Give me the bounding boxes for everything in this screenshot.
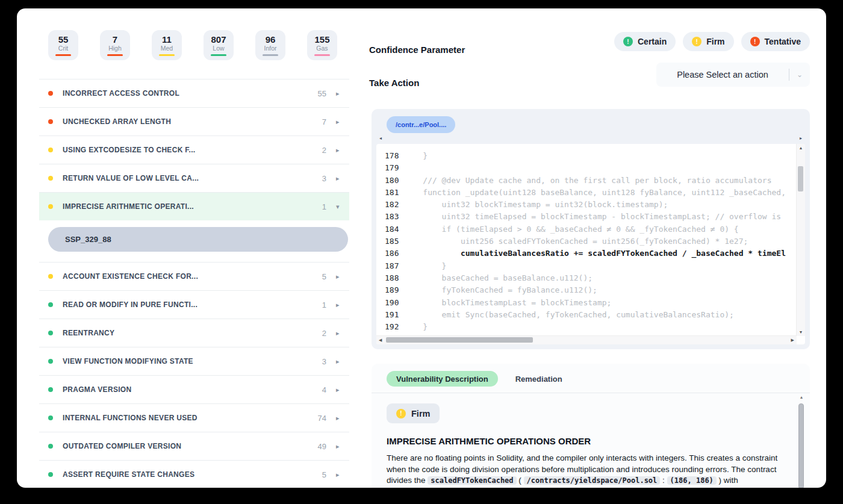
line-number: 184	[385, 223, 404, 235]
severity-stat-badge[interactable]: 96 Infor	[255, 30, 285, 60]
description-panel: Vulnerability Description Remediation ! …	[372, 364, 810, 488]
severity-badge[interactable]: ! Firm	[387, 403, 440, 423]
confidence-badge-label: Certain	[638, 37, 667, 46]
vulnerability-row[interactable]: VIEW FUNCTION MODIFYING STATE 3	[39, 347, 349, 375]
vulnerability-row[interactable]: OUTDATED COMPILER VERSION 49	[39, 432, 349, 460]
code-line: 191 emit Sync(baseCached, fyTokenCached,…	[385, 309, 797, 321]
finding-id-pill[interactable]: SSP_329_88	[48, 227, 348, 252]
vulnerability-row[interactable]: IMPRECISE ARITHMETIC OPERATI... 1	[39, 192, 349, 220]
code-line: 192 }	[385, 321, 797, 333]
stat-label: Crit	[58, 45, 68, 52]
vulnerability-row[interactable]: REENTRANCY 2	[39, 319, 349, 347]
expanded-finding-area: SSP_329_88	[39, 220, 349, 262]
vulnerability-label: READ OR MODIFY IN PURE FUNCTI...	[63, 300, 322, 309]
file-tab[interactable]: /contr...e/Pool....	[387, 116, 455, 133]
severity-stat-badge[interactable]: 7 High	[100, 30, 130, 60]
horizontal-scroll-thumb[interactable]	[386, 337, 533, 343]
vulnerability-heading: IMPRECISE ARITHMETIC OPERATIONS ORDER	[387, 436, 591, 446]
vulnerability-count: 5	[322, 272, 326, 281]
severity-dot-icon	[48, 119, 53, 124]
vulnerability-label: ACCOUNT EXISTENCE CHECK FOR...	[63, 272, 322, 281]
severity-color-bar	[314, 54, 330, 56]
scroll-down-icon[interactable]: ▼	[797, 330, 805, 334]
confidence-parameter-title: Confidence Parameter	[369, 45, 465, 55]
stat-label: Infor	[264, 45, 276, 52]
take-action-dropdown[interactable]: Please Select an action ⌄	[656, 63, 810, 87]
line-text: baseCached = baseBalance.u112();	[404, 272, 593, 284]
severity-stat-badge[interactable]: 807 Low	[204, 30, 234, 60]
confidence-badge[interactable]: ! Tentative	[741, 32, 810, 51]
code-line: 186 cumulativeBalancesRatio += scaledFYT…	[385, 247, 797, 260]
vulnerability-count: 7	[322, 117, 326, 126]
vulnerability-description-text: There are no floating points in Solidity…	[387, 453, 787, 487]
code-vertical-scrollbar[interactable]: ▲ ▼	[796, 144, 805, 336]
vulnerability-count: 4	[322, 385, 326, 394]
confidence-badge[interactable]: ! Firm	[683, 32, 733, 51]
code-horizontal-scrollbar[interactable]: ◀ ▶	[376, 335, 797, 344]
stat-value: 7	[113, 35, 117, 45]
chevron-right-icon	[336, 387, 343, 393]
line-text: emit Sync(baseCached, fyTokenCached, cum…	[404, 309, 734, 321]
tabstrip-scroll-left-icon[interactable]: ◂	[379, 135, 382, 141]
vulnerability-group: PRAGMA VERSION 4 SSP_329_88	[39, 375, 349, 403]
code-line: 180 /// @dev Update cache and, on the fi…	[385, 175, 797, 187]
scroll-right-icon[interactable]: ▶	[791, 336, 794, 344]
vulnerability-label: INCORRECT ACCESS CONTROL	[63, 89, 318, 98]
chevron-right-icon	[336, 302, 343, 308]
vulnerability-row[interactable]: INTERNAL FUNCTIONS NEVER USED 74	[39, 403, 349, 432]
severity-dot-icon	[48, 91, 53, 96]
tabs-divider	[372, 393, 810, 393]
line-text: uint32 blockTimestamp = uint32(block.tim…	[404, 199, 668, 211]
scroll-up-icon[interactable]: ▲	[798, 395, 805, 399]
description-tabs: Vulnerability Description Remediation	[387, 371, 564, 387]
description-tab[interactable]: Vulnerability Description	[387, 371, 498, 387]
chevron-right-icon	[336, 175, 343, 182]
description-scrollbar[interactable]: ▲	[798, 395, 805, 488]
description-scroll-thumb[interactable]	[798, 403, 804, 488]
vulnerability-group: INCORRECT ACCESS CONTROL 55 SSP_329_88	[39, 79, 349, 107]
vulnerability-row[interactable]: USING EXTCODESIZE TO CHECK F... 2	[39, 135, 349, 164]
severity-dot-icon	[48, 148, 53, 152]
stat-label: Gas	[316, 45, 328, 52]
exclamation-circle-icon: !	[396, 409, 406, 418]
vulnerability-label: USING EXTCODESIZE TO CHECK F...	[63, 146, 322, 154]
chevron-right-icon	[336, 358, 343, 365]
vulnerability-label: ASSERT REQUIRE STATE CHANGES	[63, 470, 322, 479]
description-tab[interactable]: Remediation	[514, 371, 564, 387]
severity-stat-badge[interactable]: 11 Med	[152, 30, 182, 60]
chevron-right-icon	[336, 119, 343, 125]
take-action-label: Take Action	[369, 78, 419, 88]
code-line: 188 baseCached = baseBalance.u112();	[385, 272, 797, 284]
vulnerability-label: OUTDATED COMPILER VERSION	[63, 442, 318, 450]
code-line: 184 if (timeElapsed > 0 && _baseCached ≠…	[385, 223, 797, 235]
severity-dot-icon	[48, 204, 53, 209]
line-text: cumulativeBalancesRatio += scaledFYToken…	[404, 247, 786, 260]
confidence-badge[interactable]: ! Certain	[614, 32, 676, 51]
scroll-left-icon[interactable]: ◀	[379, 336, 382, 344]
vulnerability-group: ACCOUNT EXISTENCE CHECK FOR... 5 SSP_329…	[39, 262, 349, 290]
vulnerability-row[interactable]: PRAGMA VERSION 4	[39, 375, 349, 403]
vulnerability-row[interactable]: ASSERT REQUIRE STATE CHANGES 5	[39, 460, 349, 488]
chevron-down-icon: ⌄	[789, 70, 810, 79]
chevron-right-icon	[336, 90, 343, 97]
line-number: 187	[385, 260, 404, 272]
severity-color-bar	[211, 54, 226, 56]
severity-color-bar	[107, 54, 123, 56]
vulnerability-row[interactable]: INCORRECT ACCESS CONTROL 55	[39, 79, 349, 107]
line-text: }	[404, 321, 428, 333]
line-text: if (timeElapsed > 0 && _baseCached ≠ 0 &…	[404, 223, 739, 235]
vulnerability-label: UNCHECKED ARRAY LENGTH	[63, 117, 322, 126]
vulnerability-count: 74	[318, 414, 326, 423]
tabstrip-scroll-right-icon[interactable]: ▸	[800, 135, 802, 141]
severity-stat-badge[interactable]: 155 Gas	[307, 30, 337, 60]
scroll-up-icon[interactable]: ▲	[797, 146, 805, 150]
exclamation-circle-icon: !	[692, 37, 701, 46]
vulnerability-row[interactable]: ACCOUNT EXISTENCE CHECK FOR... 5	[39, 262, 349, 290]
vulnerability-row[interactable]: READ OR MODIFY IN PURE FUNCTI... 1	[39, 290, 349, 319]
vulnerability-row[interactable]: RETURN VALUE OF LOW LEVEL CA... 3	[39, 164, 349, 192]
vertical-scroll-thumb[interactable]	[798, 166, 803, 191]
vulnerability-count: 1	[322, 300, 326, 310]
vulnerability-row[interactable]: UNCHECKED ARRAY LENGTH 7	[39, 107, 349, 135]
severity-stat-badge[interactable]: 55 Crit	[48, 30, 78, 60]
code-line: 182 uint32 blockTimestamp = uint32(block…	[385, 199, 797, 211]
